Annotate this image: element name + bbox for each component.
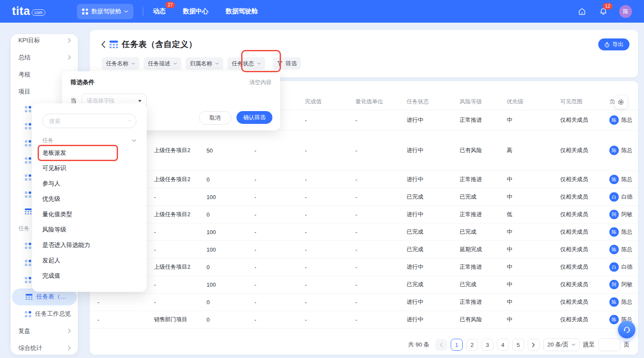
nav-item-label: 数据驾驶舱: [225, 7, 257, 15]
home-button[interactable]: [576, 6, 588, 17]
cell: -: [254, 264, 305, 270]
page-button-4[interactable]: 4: [497, 339, 509, 351]
grid-dots-icon: [25, 140, 31, 147]
filter-button[interactable]: 筛选: [273, 57, 301, 70]
column-header-6: 任务状态: [407, 98, 460, 106]
table-row-6[interactable]: -100---已完成延期完成中仅相关成员陈陈总: [90, 241, 638, 258]
field-option-可见标识[interactable]: 可见标识: [42, 161, 136, 176]
support-chat-button[interactable]: [618, 321, 635, 338]
owner-name: 陈总: [621, 228, 632, 236]
column-settings-button[interactable]: [614, 96, 627, 109]
table-row-10[interactable]: -销售部门项目0---进行中已有风险中仅相关成员陈陈总: [90, 311, 638, 329]
nav-item-2[interactable]: 数据驾驶舱: [225, 7, 257, 15]
cell: 仅相关成员: [560, 116, 609, 124]
owner-avatar: 陈: [609, 175, 619, 184]
export-label: 导出: [612, 41, 623, 48]
tita-logo[interactable]: tita com: [12, 5, 45, 18]
owner-cell: 陈陈总: [609, 297, 630, 307]
user-avatar[interactable]: 陈: [619, 5, 632, 18]
table-row-1[interactable]: 上级任务项目250---进行中已有风险高仅相关成员陈陈总: [90, 130, 638, 171]
table-row-4[interactable]: 上级任务项目20---进行中正常推进低仅相关成员阿阿敏: [90, 206, 638, 223]
export-icon: [604, 42, 610, 47]
cell: -: [154, 299, 207, 305]
chevron-right-icon: [532, 343, 535, 347]
owner-name: 阿敏: [621, 211, 632, 218]
cell: 进行中: [407, 211, 460, 218]
page-title: 任务表（含自定义）: [122, 39, 197, 50]
field-option-发起人[interactable]: 发起人: [42, 253, 136, 268]
field-option-量化值类型[interactable]: 量化值类型: [42, 207, 136, 222]
page-size-select[interactable]: 20 条/页: [543, 338, 580, 351]
owner-name: 陈总: [621, 116, 632, 124]
table-row-7[interactable]: 上级任务项目20---进行中正常推进中仅相关成员白白德: [90, 258, 638, 276]
cell: 进行中: [407, 147, 460, 154]
sidebar-item-总结[interactable]: 总结: [11, 49, 78, 66]
prev-page-button[interactable]: [435, 339, 447, 351]
owner-cell: 陈陈总: [609, 115, 630, 125]
filter-chip-3[interactable]: 任务状态: [227, 57, 265, 70]
page-button-2[interactable]: 2: [466, 339, 478, 351]
cell: -: [254, 194, 305, 200]
field-group-task[interactable]: 任务: [42, 136, 136, 145]
sidebar-item-KPI目标[interactable]: KPI目标: [11, 34, 78, 49]
cell: 中: [507, 298, 560, 306]
cell: -: [305, 317, 355, 323]
field-option-优先级[interactable]: 优先级: [42, 191, 136, 207]
owner-name: 陈总: [621, 246, 632, 253]
page-button-1[interactable]: 1: [451, 339, 463, 351]
confirm-filter-button[interactable]: 确认筛选: [236, 111, 272, 124]
filter-chip-2[interactable]: 归属名称: [186, 57, 223, 70]
table-row-8[interactable]: -100---已完成已完成中仅相关成员阿阿敏: [90, 276, 638, 293]
page-button-5[interactable]: 5: [512, 339, 524, 351]
clear-content-link[interactable]: 清空内容: [249, 79, 272, 86]
cell: -: [355, 282, 407, 288]
export-button[interactable]: 导出: [598, 38, 629, 50]
table-row-2[interactable]: 上级任务项目20---进行中正常推进中仅相关成员陈陈总: [90, 171, 638, 188]
top-navbar: tita com 数据驾驶舱 动态27数据中心数据驾驶舱 12 陈: [0, 0, 644, 23]
cell: 上级任务项目2: [154, 263, 207, 271]
cell: -: [154, 229, 207, 235]
filter-chip-1[interactable]: 任务描述: [144, 57, 181, 70]
nav-item-0[interactable]: 动态27: [153, 7, 165, 15]
sidebar-item-复盘[interactable]: 复盘: [11, 323, 78, 340]
sidebar-item-任务工作总览[interactable]: 任务工作总览: [11, 305, 78, 323]
back-button[interactable]: [101, 41, 106, 48]
grid-dots-icon: [25, 191, 31, 198]
filter-chips-row: 任务名称任务描述归属名称任务状态 筛选: [102, 57, 301, 70]
owner-name: 白德: [621, 263, 632, 271]
field-option-参与人[interactable]: 参与人: [42, 176, 136, 191]
table-row-5[interactable]: -100---已完成已完成中仅相关成员陈陈总: [90, 223, 638, 241]
chips: 任务名称任务描述归属名称任务状态: [102, 57, 265, 70]
cell: -: [355, 176, 407, 183]
field-option-是否进入筛选能力[interactable]: 是否进入筛选能力: [42, 238, 136, 253]
cancel-button[interactable]: 取消: [199, 111, 231, 125]
filter-chip-0[interactable]: 任务名称: [102, 57, 139, 70]
owner-avatar: 陈: [609, 245, 619, 254]
notifications-button[interactable]: 12: [598, 6, 609, 17]
search-icon: [129, 118, 130, 124]
field-option-风险等级[interactable]: 风险等级: [42, 222, 136, 238]
cell: 中: [507, 246, 560, 253]
field-option-老板派发[interactable]: 老板派发: [42, 145, 136, 161]
field-option-完成值[interactable]: 完成值: [42, 268, 136, 284]
owner-cell: 陈陈总: [609, 245, 630, 254]
next-page-button[interactable]: [528, 339, 540, 351]
cell: -: [305, 264, 355, 270]
cell: -: [154, 194, 207, 200]
nav-item-1[interactable]: 数据中心: [183, 7, 208, 15]
cell: -: [254, 211, 305, 218]
cell: -: [355, 246, 407, 253]
owner-cell: 阿阿敏: [609, 210, 630, 219]
column-header-7: 风险等级: [460, 98, 507, 106]
cell: -: [154, 282, 207, 288]
page-button-3[interactable]: 3: [482, 339, 493, 351]
field-search-input[interactable]: [48, 117, 125, 125]
sidebar-item-综合统计[interactable]: 综合统计: [11, 340, 78, 355]
cell: -: [355, 117, 407, 123]
table-row-9[interactable]: --0---进行中正常推进中仅相关成员陈陈总: [90, 293, 638, 311]
app-switcher-button[interactable]: 数据驾驶舱: [77, 4, 133, 19]
jump-to-input[interactable]: [598, 338, 620, 351]
chip-label: 归属名称: [190, 60, 212, 67]
table-row-3[interactable]: -100---已完成已完成中仅相关成员白白德: [90, 188, 638, 206]
chevron-down-icon: [173, 62, 177, 65]
